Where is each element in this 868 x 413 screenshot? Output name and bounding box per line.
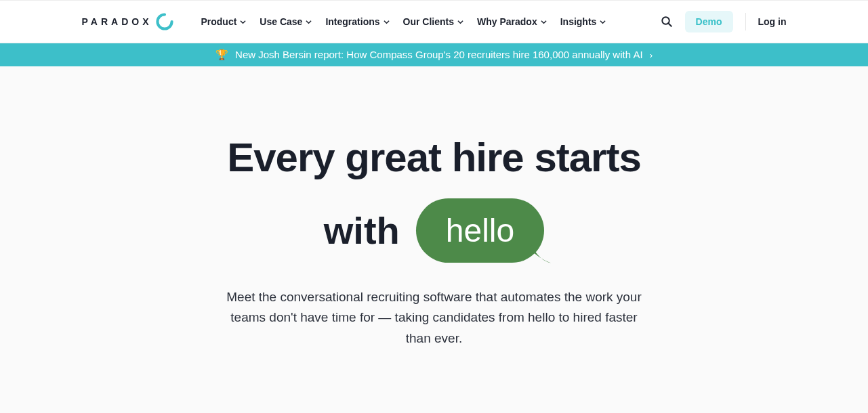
vertical-divider (745, 13, 746, 30)
brand-logo[interactable]: PARADOX (82, 13, 174, 30)
nav-label: Integrations (325, 16, 379, 27)
brand-name: PARADOX (82, 16, 152, 27)
nav-label: Product (201, 16, 236, 27)
chat-bubble-tail-icon (528, 242, 552, 267)
hero-section: Every great hire starts with hello Meet … (0, 66, 868, 349)
top-navbar: PARADOX Product Use Case Integrations Ou… (0, 0, 868, 43)
hero-with-word: with (324, 209, 400, 253)
nav-item-why-paradox[interactable]: Why Paradox (477, 16, 547, 27)
chevron-down-icon (600, 19, 606, 25)
chevron-down-icon (384, 19, 390, 25)
nav-right: Demo Log in (661, 11, 787, 32)
hero-subtext: Meet the conversational recruiting softw… (218, 287, 651, 349)
banner-text: New Josh Bersin report: How Compass Grou… (235, 49, 642, 60)
chevron-down-icon (541, 19, 547, 25)
nav-item-integrations[interactable]: Integrations (325, 16, 389, 27)
trophy-icon: 🏆 (215, 49, 228, 60)
announcement-banner[interactable]: 🏆 New Josh Bersin report: How Compass Gr… (0, 43, 868, 66)
chat-bubble-text: hello (416, 198, 544, 263)
hero-headline-line2: with hello (0, 198, 868, 263)
chevron-right-icon: › (650, 50, 653, 60)
chevron-down-icon (306, 19, 312, 25)
brand-ring-icon (156, 13, 173, 30)
hero-headline-line1: Every great hire starts (0, 134, 868, 181)
login-link[interactable]: Log in (758, 16, 787, 27)
nav-item-use-case[interactable]: Use Case (260, 16, 312, 27)
topbar-inner: PARADOX Product Use Case Integrations Ou… (75, 11, 793, 32)
nav-item-product[interactable]: Product (201, 16, 246, 27)
nav-label: Insights (560, 16, 597, 27)
nav-label: Use Case (260, 16, 302, 27)
nav-label: Why Paradox (477, 16, 537, 27)
chevron-down-icon (240, 19, 246, 25)
nav-left: PARADOX Product Use Case Integrations Ou… (82, 13, 661, 30)
svg-line-1 (668, 23, 671, 26)
search-icon[interactable] (661, 16, 673, 28)
nav-item-our-clients[interactable]: Our Clients (403, 16, 463, 27)
nav-item-insights[interactable]: Insights (560, 16, 606, 27)
nav-label: Our Clients (403, 16, 454, 27)
chevron-down-icon (457, 19, 463, 25)
chat-bubble: hello (416, 198, 544, 263)
demo-button[interactable]: Demo (685, 11, 733, 32)
